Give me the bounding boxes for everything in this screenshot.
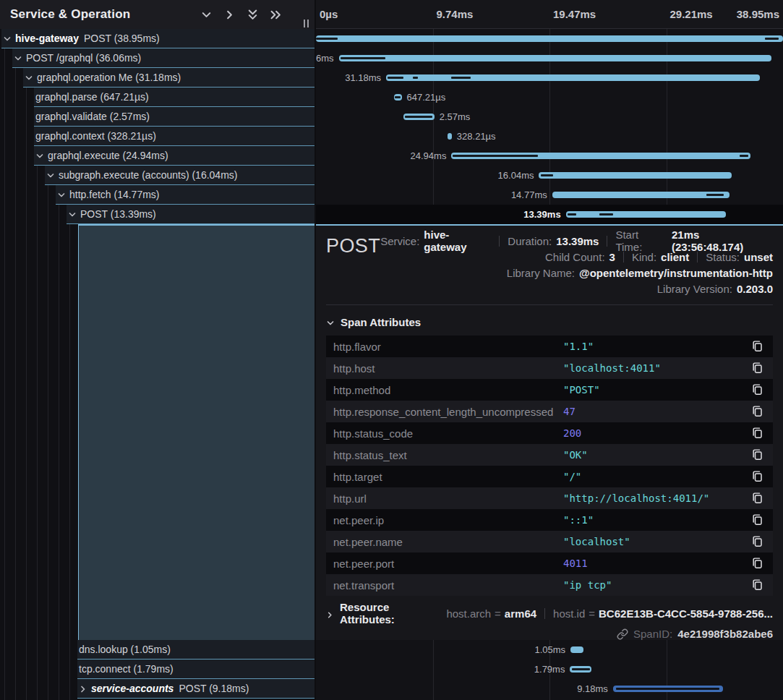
span-bar-child-mark xyxy=(572,668,590,670)
resource-attribute: host.arch=arm64 xyxy=(446,607,536,620)
span-bar[interactable] xyxy=(566,211,726,218)
operation-label: subgraph.execute (accounts) (16.04ms) xyxy=(59,169,237,181)
chevron-down-icon[interactable] xyxy=(35,151,44,160)
attr-key: net.transport xyxy=(333,579,563,592)
detail-divider xyxy=(326,304,773,305)
copy-button[interactable] xyxy=(751,579,766,592)
span-bar[interactable] xyxy=(570,646,583,653)
span-bar[interactable] xyxy=(386,74,760,81)
collapse-one-icon[interactable] xyxy=(200,8,213,22)
timeline-panel: 0µs9.74ms19.47ms29.21ms38.95ms 36.06ms31… xyxy=(316,0,783,700)
span-bar[interactable] xyxy=(394,94,402,101)
expand-all-icon[interactable] xyxy=(269,8,283,22)
timeline-tick: 9.74ms xyxy=(437,8,474,20)
tree-row[interactable]: http.fetch (14.77ms) xyxy=(56,185,315,205)
attr-row[interactable]: http.target"/" xyxy=(326,466,773,487)
span-detail-header: POST Service:hive-gatewayDuration:13.39m… xyxy=(326,233,773,296)
resource-attributes-toggle[interactable]: Resource Attributes: host.arch=arm64host… xyxy=(326,605,773,621)
span-bar[interactable] xyxy=(339,55,771,61)
panel-resize-handle[interactable] xyxy=(304,20,309,27)
attr-row[interactable]: http.method"POST" xyxy=(326,379,773,401)
span-bar[interactable] xyxy=(570,666,591,673)
attr-key: http.status_text xyxy=(333,449,563,461)
span-bar-child-mark xyxy=(599,213,613,215)
meta-separator xyxy=(697,252,698,262)
span-attributes-toggle[interactable]: Span Attributes xyxy=(326,314,773,330)
attr-row[interactable]: http.host"localhost:4011" xyxy=(326,357,773,379)
span-bar-child-mark xyxy=(568,213,576,215)
copy-button[interactable] xyxy=(751,340,766,353)
copy-button[interactable] xyxy=(751,427,766,440)
operation-label: dns.lookup (1.05ms) xyxy=(79,644,171,655)
copy-button[interactable] xyxy=(751,448,766,461)
chevron-down-icon[interactable] xyxy=(3,34,12,43)
timeline-tick: 0µs xyxy=(320,8,338,20)
tree-row[interactable]: subgraph.execute (accounts) (16.04ms) xyxy=(45,166,315,185)
tree-row[interactable]: graphql.operation Me (31.18ms) xyxy=(23,68,315,88)
operation-label: graphql.validate (2.57ms) xyxy=(35,111,150,122)
copy-button[interactable] xyxy=(751,492,766,505)
tree-row[interactable]: dns.lookup (1.05ms) xyxy=(77,640,315,660)
attr-value: "1.1" xyxy=(563,341,751,352)
tree-row[interactable]: POST /graphql (36.06ms) xyxy=(12,48,315,68)
timeline-row: 1.05ms xyxy=(316,640,783,660)
chevron-down-icon[interactable] xyxy=(68,210,77,218)
attr-key: http.method xyxy=(333,384,563,396)
tree-row[interactable]: graphql.parse (647.21µs) xyxy=(34,88,315,107)
attr-row[interactable]: http.status_text"OK" xyxy=(326,444,773,466)
span-bar[interactable] xyxy=(316,35,783,42)
copy-button[interactable] xyxy=(751,405,766,418)
copy-button[interactable] xyxy=(751,535,766,548)
span-bar[interactable] xyxy=(613,686,723,692)
copy-button[interactable] xyxy=(751,470,766,483)
panel-title: Service & Operation xyxy=(10,7,130,22)
attr-key: http.flavor xyxy=(333,341,563,353)
tree-row[interactable]: POST (13.39ms) xyxy=(67,205,315,224)
attr-value: 4011 xyxy=(563,558,751,569)
span-bar[interactable] xyxy=(451,153,750,159)
span-bar[interactable] xyxy=(448,133,451,140)
attr-value: "ip_tcp" xyxy=(563,579,751,591)
attr-row[interactable]: http.response_content_length_uncompresse… xyxy=(326,401,773,422)
collapse-all-icon[interactable] xyxy=(246,8,260,22)
tree-row[interactable]: hive-gatewayPOST (38.95ms) xyxy=(1,29,315,48)
chevron-down-icon[interactable] xyxy=(25,73,33,82)
attr-row[interactable]: net.peer.port4011 xyxy=(326,552,773,574)
span-bar-child-mark xyxy=(453,155,538,157)
span-bar[interactable] xyxy=(539,172,731,179)
timeline-row: 36.06ms xyxy=(316,48,783,68)
tree-row[interactable]: graphql.validate (2.57ms) xyxy=(34,107,315,127)
timeline-row: 9.18ms xyxy=(316,679,783,699)
copy-button[interactable] xyxy=(751,383,766,396)
chevron-down-icon[interactable] xyxy=(57,190,66,199)
attr-row[interactable]: http.url"http://localhost:4011/" xyxy=(326,487,773,509)
tree-row[interactable]: graphql.context (328.21µs) xyxy=(34,127,315,146)
copy-button[interactable] xyxy=(751,362,766,375)
meta-value: 3 xyxy=(609,251,615,263)
attr-row[interactable]: http.flavor"1.1" xyxy=(326,336,773,357)
resource-attribute: host.id=BC62E13B-C4CC-5854-9788-256... xyxy=(553,607,773,620)
trace-viewer: hive-gatewayPOST (38.95ms)POST /graphql … xyxy=(0,0,783,700)
attr-row[interactable]: net.peer.ip"::1" xyxy=(326,509,773,531)
span-bar-child-mark xyxy=(765,38,778,40)
copy-button[interactable] xyxy=(751,513,766,526)
attr-row[interactable]: net.transport"ip_tcp" xyxy=(326,574,773,596)
tree-row[interactable]: service-accountsPOST (9.18ms) xyxy=(77,679,315,699)
attr-row[interactable]: net.peer.name"localhost" xyxy=(326,531,773,552)
expand-one-icon[interactable] xyxy=(223,8,236,22)
attr-row[interactable]: http.status_code200 xyxy=(326,422,773,444)
link-icon[interactable] xyxy=(617,628,628,640)
chevron-down-icon[interactable] xyxy=(46,171,55,179)
chevron-right-icon[interactable] xyxy=(79,684,87,693)
span-bar[interactable] xyxy=(403,114,435,120)
timeline-row: 31.18ms xyxy=(316,68,783,88)
tree-row[interactable]: graphql.execute (24.94ms) xyxy=(34,146,315,166)
meta-label: Child Count: xyxy=(545,251,605,263)
tree-row[interactable]: tcp.connect (1.79ms) xyxy=(77,660,315,679)
operation-label: http.fetch (14.77ms) xyxy=(69,189,160,200)
copy-button[interactable] xyxy=(751,557,766,570)
span-bar[interactable] xyxy=(552,192,729,198)
chevron-down-icon[interactable] xyxy=(14,54,22,62)
span-bar-child-mark xyxy=(341,57,385,59)
span-meta-line: Library Version:0.203.0 xyxy=(657,281,773,296)
